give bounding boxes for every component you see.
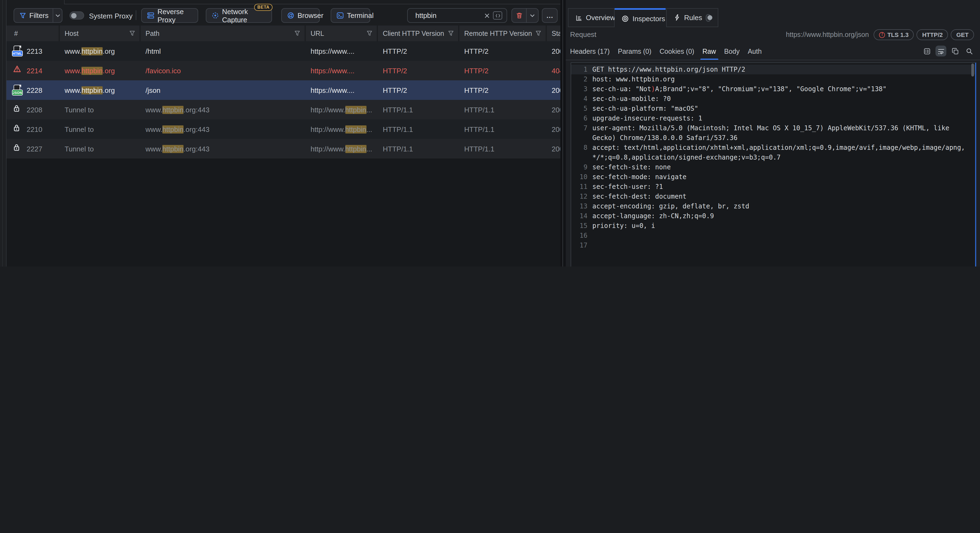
search-input[interactable] (414, 11, 481, 20)
tab-cookies-0-[interactable]: Cookies (0) (660, 48, 694, 60)
request-raw-editor[interactable]: 1GET https://www.httpbin.org/json HTTP/2… (571, 62, 976, 266)
search-box[interactable] (407, 8, 507, 23)
word-wrap-icon[interactable] (935, 46, 947, 56)
app-root: Filters System Proxy Reverse Proxy Netwo… (0, 0, 980, 266)
reverse-proxy-button[interactable]: Reverse Proxy (141, 8, 198, 23)
left-rail (0, 0, 6, 266)
request-badges: !TLS 1.3HTTP/2GET (874, 29, 974, 40)
copy-icon[interactable] (950, 46, 961, 56)
code-text: host: www.httpbin.org (592, 74, 675, 84)
cell-path: www.httpbin.org:443 (141, 125, 305, 133)
search-highlight: httpbin (81, 47, 103, 55)
cell-host: www.httpbin.org (60, 86, 141, 94)
regex-search-icon[interactable] (493, 11, 502, 19)
code-line: 5sec-ch-ua-platform: "macOS" (571, 103, 975, 113)
more-label: … (546, 11, 553, 19)
tab-auth[interactable]: Auth (748, 48, 762, 60)
remote-filter-icon[interactable] (535, 30, 541, 37)
table-empty-area (6, 159, 560, 266)
row-number: 2210 (27, 125, 42, 133)
code-text: sec-ch-ua-mobile: ?0 (592, 94, 671, 103)
tab-body[interactable]: Body (724, 48, 740, 60)
line-number: 12 (571, 192, 587, 201)
code-line: Gecko) Chrome/138.0.0.0 Safari/537.36 (571, 133, 975, 143)
tab-params-0-[interactable]: Params (0) (618, 48, 652, 60)
system-proxy-label: System Proxy (89, 12, 132, 20)
clear-options-chevron-icon[interactable] (527, 14, 538, 17)
line-number: 8 (571, 143, 587, 153)
table-row[interactable]: 2227Tunnel towww.httpbin.org:443http://w… (6, 139, 560, 159)
cell-status: 200 (547, 125, 560, 133)
tab-raw[interactable]: Raw (702, 48, 716, 60)
cell-remote: HTTP/2 (459, 67, 547, 75)
terminal-button[interactable]: Terminal (331, 8, 370, 23)
badge-label: HTTP/2 (922, 32, 943, 38)
browser-button[interactable]: Browser (281, 8, 320, 23)
table-row[interactable]: 2210Tunnel towww.httpbin.org:443http://w… (6, 119, 560, 139)
table-row[interactable]: 2214www.httpbin.org/favicon.icohttps://w… (6, 61, 560, 80)
request-url: https://www.httpbin.org/json (786, 31, 869, 38)
code-text: sec-fetch-mode: navigate (592, 172, 687, 182)
rules-bolt-icon (674, 14, 680, 21)
code-line: 1GET https://www.httpbin.org/json HTTP/2 (571, 65, 975, 74)
tab-headers-17-[interactable]: Headers (17) (570, 48, 610, 60)
col-url: URL (310, 30, 324, 37)
code-line: 9sec-fetch-site: none (571, 162, 975, 172)
code-segment: sec-ch-ua: "Not (592, 85, 651, 93)
code-text: user-agent: Mozilla/5.0 (Macintosh; Inte… (592, 123, 949, 133)
cell-remote: HTTP/2 (459, 47, 547, 55)
host-filter-icon[interactable] (129, 30, 135, 37)
col-path: Path (145, 30, 159, 37)
capture-icon (212, 12, 219, 19)
line-number: 2 (571, 74, 587, 84)
table-row[interactable]: HTML2213www.httpbin.org/htmlhttps://www.… (6, 41, 560, 61)
code-line: 15priority: u=0, i (571, 221, 975, 231)
cell-path: /html (141, 47, 305, 55)
lock-icon (13, 143, 22, 154)
filters-chevron-icon[interactable] (53, 14, 62, 17)
code-text: accept-encoding: gzip, deflate, br, zstd (592, 201, 749, 211)
line-numbers-icon[interactable] (921, 46, 932, 56)
filters-label: Filters (29, 11, 49, 19)
search-in-editor-icon[interactable] (964, 46, 975, 56)
clear-sessions-split-button[interactable] (511, 8, 539, 23)
tab-rules[interactable]: Rules (666, 8, 718, 27)
top-edge-tick (64, 0, 65, 4)
inspectors-target-icon (622, 15, 629, 22)
line-number: 15 (571, 221, 587, 231)
toolbar-separator (136, 10, 136, 20)
line-number: 6 (571, 113, 587, 123)
line-number: 11 (571, 182, 587, 192)
path-filter-icon[interactable] (294, 30, 300, 37)
tab-overview[interactable]: Overview (568, 8, 615, 27)
line-number (571, 133, 587, 143)
filters-split-button[interactable]: Filters (14, 8, 62, 23)
client-filter-icon[interactable] (448, 30, 454, 37)
table-row[interactable]: JSON2228www.httpbin.org/jsonhttps://www.… (6, 80, 560, 100)
table-row[interactable]: 2208Tunnel towww.httpbin.org:443http://w… (6, 100, 560, 119)
clear-search-icon[interactable] (484, 13, 490, 18)
more-options-button[interactable]: … (542, 8, 558, 23)
system-proxy-toggle[interactable] (70, 11, 84, 19)
overview-chart-icon (576, 14, 582, 21)
code-line: 3sec-ch-ua: "Not)A;Brand";v="8", "Chromi… (571, 84, 975, 94)
beta-badge: BETA (254, 4, 273, 11)
cell-host: Tunnel to (60, 145, 141, 153)
trash-icon[interactable] (512, 12, 526, 19)
inspectors-label: Inspectors (633, 14, 665, 22)
request-scrollbar-thumb[interactable] (971, 64, 974, 76)
panel-splitter[interactable] (560, 0, 566, 266)
row-id-cell: 2208 (6, 104, 60, 115)
cell-url: https://www.... (305, 47, 378, 55)
search-highlight: httpbin (81, 86, 103, 94)
cell-status: 200 (547, 145, 560, 153)
tab-inspectors[interactable]: Inspectors (615, 8, 666, 27)
warning-icon (13, 65, 22, 76)
cell-remote: HTTP/2 (459, 86, 547, 94)
cell-status: 200 (547, 105, 560, 114)
rules-toggle[interactable] (706, 14, 711, 21)
code-line: 4sec-ch-ua-mobile: ?0 (571, 94, 975, 103)
cell-host: Tunnel to (60, 105, 141, 114)
file-type-badge: HTML (12, 51, 23, 56)
url-filter-icon[interactable] (366, 30, 372, 37)
